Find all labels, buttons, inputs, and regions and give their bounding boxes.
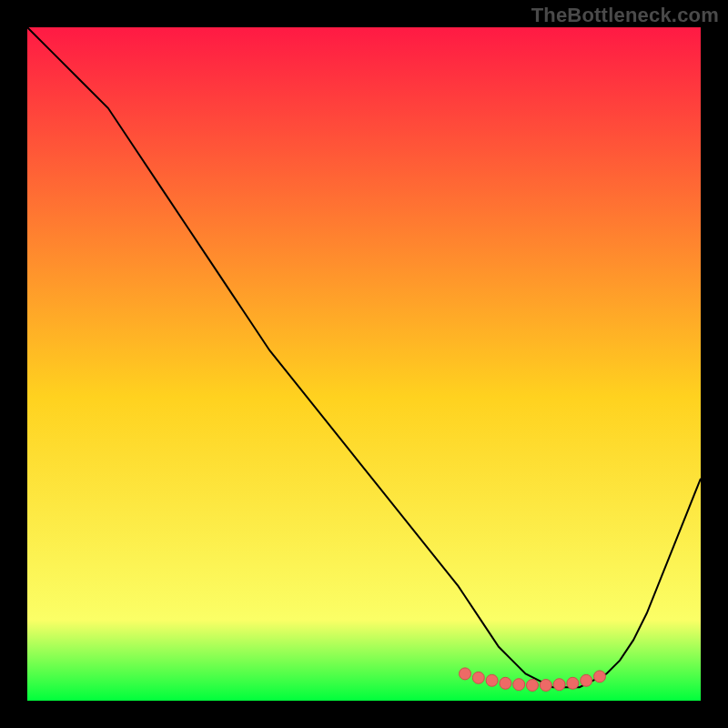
marker-dot <box>460 668 471 680</box>
marker-dot <box>553 679 565 691</box>
chart-svg <box>27 27 701 701</box>
marker-dot <box>472 672 484 683</box>
gradient-background <box>27 27 701 701</box>
marker-dot <box>567 677 579 689</box>
chart-frame: TheBottleneck.com <box>0 0 728 728</box>
marker-dot <box>527 680 539 692</box>
plot-area <box>27 27 701 701</box>
watermark-text: TheBottleneck.com <box>531 4 719 27</box>
marker-dot <box>594 671 606 682</box>
marker-dot <box>540 680 551 692</box>
marker-dot <box>486 674 498 686</box>
marker-dot <box>581 674 592 686</box>
marker-dot <box>500 677 511 689</box>
marker-dot <box>513 679 525 691</box>
